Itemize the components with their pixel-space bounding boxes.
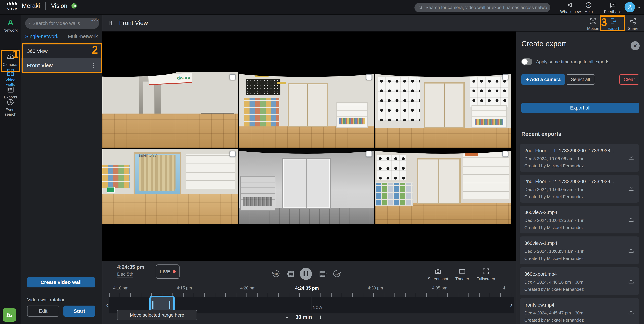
download-icon[interactable]	[628, 308, 635, 315]
zoom-range-value: 30 min	[296, 314, 312, 320]
toggle-label: Apply same time range to all exports	[536, 59, 610, 64]
camera-feed	[375, 149, 511, 225]
camera-dome-icon	[6, 54, 15, 61]
export-item[interactable]: frontview.mp4 Dec 4 2024, 4:45:47 pm · 3…	[520, 298, 639, 324]
feedback-button[interactable]: Feedback	[601, 2, 624, 14]
global-search	[414, 3, 550, 12]
camera-select-checkbox[interactable]	[230, 74, 236, 80]
close-icon[interactable]: ✕	[630, 41, 640, 50]
screenshot-camera-icon	[434, 268, 442, 275]
share-button[interactable]: Share	[626, 17, 641, 31]
export-item[interactable]: 360view-1.mp4 Dec 5 2024, 10:03:34 am · …	[520, 237, 639, 264]
beta-badge: beta	[92, 17, 99, 22]
sidebar-item-cameras[interactable]: Cameras	[0, 54, 21, 67]
download-icon[interactable]	[628, 215, 635, 223]
next-frame-button[interactable]	[319, 270, 328, 278]
left-nav-rail: A Network Cameras Video walls Exports	[0, 15, 21, 324]
clear-button[interactable]: Clear	[619, 74, 639, 85]
tab-single-network[interactable]: Single-network	[25, 33, 58, 42]
download-icon[interactable]	[628, 184, 635, 192]
video-walls-grid-icon	[6, 68, 15, 76]
pause-button[interactable]	[300, 268, 312, 280]
wall-search	[25, 18, 99, 29]
current-date[interactable]: Dec 5th	[117, 272, 134, 278]
live-dot-icon	[173, 270, 176, 273]
sidebar-item-network[interactable]: A Network	[0, 18, 21, 33]
playback-bar: 4:24:35 pm Dec 5th LIVE 10	[102, 261, 516, 324]
download-icon[interactable]	[628, 277, 635, 285]
tab-multi-network[interactable]: Multi-network	[68, 33, 98, 41]
whats-new-button[interactable]: What's new	[560, 2, 580, 14]
camera-tile-5[interactable]	[239, 149, 374, 225]
camera-select-checkbox[interactable]	[502, 151, 508, 157]
export-all-button[interactable]: Export all	[521, 103, 639, 113]
download-icon[interactable]	[628, 154, 635, 161]
rotation-start-button[interactable]: Start	[64, 306, 95, 317]
kebab-menu-icon[interactable]: ⋮	[91, 62, 96, 69]
sidebar-item-video-walls[interactable]: Video walls	[0, 68, 21, 87]
export-button[interactable]: Export	[606, 17, 621, 31]
wall-list-item-front-view[interactable]: Front View ⋮	[21, 58, 102, 72]
cisco-bars-icon	[7, 1, 18, 6]
select-all-button[interactable]: Select all	[566, 74, 595, 85]
live-button[interactable]: LIVE	[156, 265, 180, 279]
camera-tile-6[interactable]	[375, 149, 511, 225]
sidebar-item-exports[interactable]: Exports	[0, 85, 21, 99]
vision-wordmark: Vision	[51, 2, 67, 9]
export-item[interactable]: 2nd_Floor_-_2_1733290200_17332938... Dec…	[520, 175, 639, 203]
zoom-out-button[interactable]: -	[284, 314, 290, 321]
meraki-wordmark: Meraki	[22, 2, 40, 9]
motion-search-button[interactable]: Motion	[586, 17, 601, 31]
wall-list-item-360-view[interactable]: 360 View	[21, 44, 102, 58]
camera-select-checkbox[interactable]	[366, 151, 372, 157]
video-wall-stage: dware	[102, 31, 516, 261]
skip-forward-10-button[interactable]: 10	[332, 270, 341, 278]
timeline-scroll-left[interactable]: ‹	[106, 301, 108, 309]
fullscreen-button[interactable]: Fullscreen	[475, 268, 496, 281]
fullscreen-icon	[482, 268, 490, 275]
megaphone-icon	[567, 2, 574, 8]
svg-text:10: 10	[274, 272, 278, 276]
camera-select-checkbox[interactable]	[366, 74, 372, 80]
rotation-edit-button[interactable]: Edit	[27, 306, 59, 317]
zoom-in-button[interactable]: +	[317, 314, 324, 321]
camera-feed: inder Only	[102, 149, 238, 225]
camera-select-checkbox[interactable]	[502, 74, 508, 80]
same-time-range-toggle[interactable]	[521, 58, 532, 65]
sidebar-item-event-search[interactable]: Event search	[0, 98, 21, 117]
timeline-scroll-right[interactable]: ›	[510, 301, 512, 309]
search-icon	[28, 21, 30, 26]
previous-frame-button[interactable]	[286, 270, 295, 278]
view-header: Front View Motion Export Share	[102, 15, 644, 31]
top-bar: cisco Meraki Vision What's new	[0, 0, 644, 15]
screenshot-button[interactable]: Screenshot	[426, 268, 450, 281]
global-search-input[interactable]	[426, 5, 547, 10]
account-menu-caret[interactable]	[637, 5, 641, 10]
timeline-labels: 4:10 pm 4:15 pm 4:20 pm 4:24:35 pm 4:30 …	[109, 286, 514, 292]
wall-search-input[interactable]	[32, 21, 96, 26]
camera-tile-3[interactable]	[375, 72, 511, 148]
help-button[interactable]: ? Help	[584, 2, 594, 14]
add-camera-button[interactable]: + Add a camera	[521, 74, 565, 85]
svg-text:?: ?	[588, 3, 590, 7]
create-video-wall-button[interactable]: Create video wall	[27, 277, 95, 288]
export-item[interactable]: 2nd_Floor_-_1_1733290200_17332938... Dec…	[520, 144, 639, 172]
svg-text:10: 10	[335, 272, 338, 276]
video-wall-rotation-label: Video wall rotation	[27, 297, 66, 303]
vision-logo-icon	[71, 3, 77, 9]
camera-tile-4[interactable]: inder Only	[102, 149, 238, 225]
download-icon[interactable]	[628, 246, 635, 254]
export-item[interactable]: 360export.mp4 Dec 4 2024, 4:46:16 pm · 3…	[520, 267, 639, 295]
camera-select-checkbox[interactable]	[230, 151, 236, 157]
theater-button[interactable]: Theater	[454, 268, 471, 281]
user-avatar[interactable]	[624, 2, 635, 12]
camera-tile-1[interactable]: dware	[102, 72, 238, 148]
video-walls-sidebar: Single-network Multi-network beta 360 Vi…	[21, 15, 102, 324]
camera-tile-2[interactable]	[239, 72, 374, 148]
export-icon	[610, 17, 617, 25]
motion-icon	[589, 17, 597, 25]
export-item[interactable]: 360view-2.mp4 Dec 5 2024, 10:04:35 am · …	[520, 206, 639, 233]
skip-back-10-button[interactable]: 10	[272, 270, 280, 278]
meraki-bars-icon	[5, 311, 14, 319]
scene-sign: inder Only	[139, 153, 156, 158]
